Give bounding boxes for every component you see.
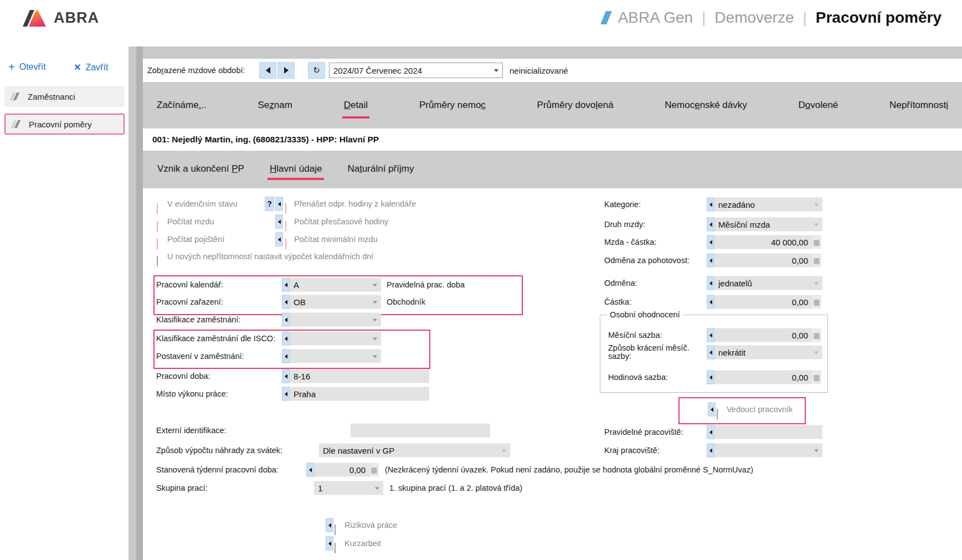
row-mzda-castka: Mzda - částka: 40 000,00 ▦ [143, 235, 962, 249]
header-breadcrumb: ABRA Gen | Demoverze | Pracovní poměry [603, 9, 942, 27]
subtab-naturalni-prijmy[interactable]: Naturální příjmy [345, 159, 416, 180]
mesicni-sazba-input[interactable]: 0,00 [714, 328, 812, 342]
previous-period-button[interactable] [259, 62, 276, 79]
zpusob-kraceni-select[interactable]: nekrátit [714, 346, 822, 359]
history-arrow-button[interactable] [707, 254, 714, 268]
history-arrow-button[interactable] [282, 313, 290, 327]
row-vedouci-pracovnik: Vedoucí pracovník [143, 402, 962, 417]
open-button[interactable]: + Otevřít [8, 62, 46, 72]
left-triangle-icon [707, 300, 712, 304]
klasifikace-select[interactable] [290, 313, 381, 327]
left-triangle-icon [326, 523, 331, 527]
tab-nemocenske-davky[interactable]: Nemocenské dávky [663, 93, 748, 119]
field-value: Praha [294, 389, 316, 399]
field-label: Klasifikace zaměstnání: [156, 315, 240, 324]
history-arrow-button[interactable] [707, 295, 714, 309]
tab-nepritomnosti[interactable]: Nepřítomnosti [888, 93, 950, 119]
odmena-pohotovost-input[interactable]: 0,00 [714, 254, 812, 268]
history-arrow-button[interactable] [707, 371, 714, 384]
hodinova-sazba-input[interactable]: 0,00 [714, 371, 812, 384]
history-arrow-button[interactable] [326, 518, 333, 532]
calculator-icon[interactable]: ▦ [812, 371, 821, 384]
refresh-period-button[interactable]: ↻ [308, 62, 325, 79]
tab-zaciname[interactable]: Začínáme... [155, 93, 208, 119]
left-triangle-icon [282, 392, 287, 396]
misto-vykonu-input[interactable]: Praha [290, 387, 429, 401]
history-arrow-button[interactable] [707, 235, 714, 249]
logo-text: ABRA [54, 9, 99, 27]
checkbox-vedouci-pracovnik[interactable] [717, 409, 718, 419]
checkbox-kurzarbeit[interactable] [335, 543, 336, 553]
next-period-button[interactable] [277, 62, 295, 79]
history-arrow-button[interactable] [707, 198, 714, 212]
calculator-icon[interactable]: ▦ [812, 328, 821, 342]
period-status: neinicializované [510, 66, 568, 75]
row-castka: Částka: 0,00 ▦ [143, 295, 962, 309]
history-arrow-button[interactable] [707, 218, 714, 232]
tab-dovolene[interactable]: Dovolené [796, 93, 840, 119]
left-triangle-icon [707, 333, 712, 337]
calculator-icon[interactable]: ▦ [812, 254, 821, 268]
druh-mzdy-select[interactable]: Měsíční mzda [714, 218, 822, 232]
subtab-hlavni-udaje[interactable]: Hlavní údaje [267, 159, 325, 180]
period-value: 2024/07 Červenec 2024 [333, 66, 422, 75]
row-druh-mzdy: Druh mzdy: Měsíční mzda [143, 217, 962, 232]
history-arrow-button[interactable] [707, 328, 714, 342]
castka-input[interactable]: 0,00 [714, 295, 812, 309]
module-icon [12, 120, 22, 129]
history-arrow-button[interactable] [306, 463, 314, 477]
payroll-period-bar: Zobrazené mzdové období: ↻ 2024/07 Červe… [143, 59, 962, 82]
tydenni-doba-input[interactable]: 0,00 [314, 463, 369, 477]
tab-prumery-nemoc[interactable]: Průměry nemoc [418, 93, 487, 119]
sidebar-item-pracovni-pomery[interactable]: Pracovní poměry [4, 114, 125, 135]
tab-detail[interactable]: Detail [342, 93, 369, 119]
field-note: (Nezkrácený týdenní úvazek. Pokud není z… [385, 465, 753, 474]
field-value: nezadáno [718, 200, 755, 209]
subtab-vznik-a-ukonceni[interactable]: Vznik a ukončení PP [155, 159, 246, 180]
close-button[interactable]: ✕ Zavřít [74, 62, 108, 73]
kategorie-select[interactable]: nezadáno [714, 198, 822, 212]
left-triangle-icon [707, 240, 712, 244]
history-arrow-button[interactable] [707, 346, 714, 359]
payroll-period-select[interactable]: 2024/07 Červenec 2024 [329, 63, 503, 78]
left-arrow-icon [263, 67, 270, 74]
history-arrow-button[interactable] [282, 387, 290, 401]
calculator-icon[interactable]: ▦ [812, 295, 821, 309]
left-triangle-icon [326, 541, 331, 546]
groupbox-title: Osobní ohodnocení [607, 310, 683, 319]
odmena-select[interactable]: jednatelů [714, 276, 822, 290]
kraj-pracoviste-select[interactable] [714, 444, 822, 458]
sidebar-item-zamestnanci[interactable]: Zaměstnanci [4, 86, 125, 107]
sidebar-item-label: Zaměstnanci [28, 92, 75, 101]
calculator-icon[interactable]: ▦ [812, 235, 821, 249]
close-button-label: Zavřít [85, 63, 108, 73]
field-label: Měsíční sazba: [608, 331, 662, 340]
history-arrow-button[interactable] [707, 276, 714, 290]
field-label: Pravidelné pracoviště: [604, 428, 683, 436]
chevron-down-icon [494, 69, 498, 74]
tab-seznam[interactable]: Seznam [256, 93, 294, 119]
history-arrow-button[interactable] [707, 425, 714, 439]
row-kategorie: Kategorie: nezadáno [143, 197, 962, 212]
skupina-praci-select[interactable]: 1 [314, 481, 383, 495]
row-kurzarbeit: Kurzarbeit [143, 536, 962, 551]
calculator-icon[interactable]: ▦ [369, 463, 379, 477]
checkbox-rizikova-prace[interactable] [335, 525, 336, 535]
chevron-down-icon [373, 318, 377, 323]
sidebar-item-label: Pracovní poměry [29, 120, 91, 129]
pravidelne-pracoviste-input[interactable] [714, 425, 822, 439]
abra-slash-icon [600, 11, 612, 24]
row-mesicni-sazba: Měsíční sazba: 0,00 ▦ [143, 328, 962, 342]
left-triangle-icon [707, 222, 712, 227]
chevron-down-icon [814, 282, 819, 287]
tab-prumery-dovolena[interactable]: Průměry dovolená [536, 93, 615, 119]
history-arrow-button[interactable] [708, 403, 716, 417]
left-triangle-icon [707, 281, 712, 285]
row-pravidelne-pracoviste: Pravidelné pracoviště: [143, 425, 962, 439]
history-arrow-button[interactable] [326, 537, 333, 551]
mzda-castka-input[interactable]: 40 000,00 [714, 235, 812, 249]
left-triangle-icon [707, 430, 712, 434]
field-value: 0,00 [792, 256, 808, 265]
history-arrow-button[interactable] [707, 444, 714, 458]
environment-name: Demoverze [714, 9, 794, 27]
